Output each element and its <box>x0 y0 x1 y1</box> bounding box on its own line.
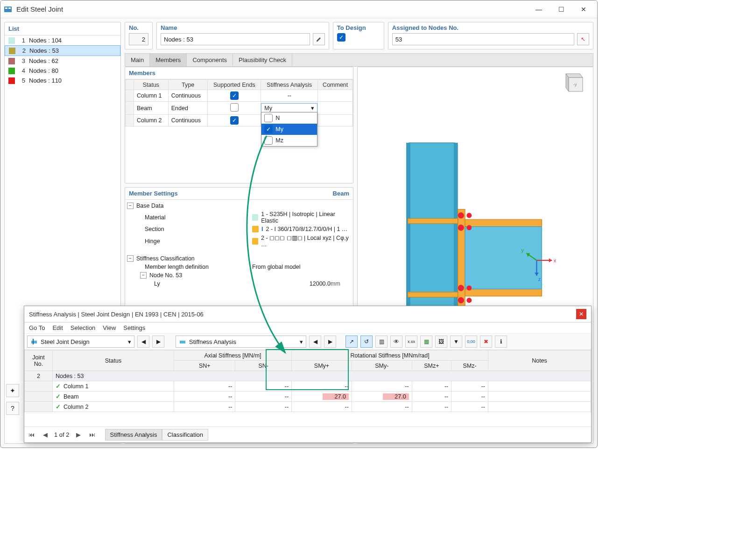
no-input[interactable]: 2 <box>129 33 148 45</box>
pick-nodes-button[interactable]: ↖ <box>577 33 589 45</box>
menu-settings[interactable]: Settings <box>123 324 145 331</box>
results-menu: Go ToEditSelectionViewSettings <box>24 322 591 334</box>
list-item[interactable]: 4Nodes : 80 <box>5 66 120 76</box>
info-icon[interactable]: ℹ <box>495 336 507 348</box>
name-input[interactable]: Nodes : 53 <box>161 33 310 45</box>
list-item[interactable]: 5Nodes : 110 <box>5 76 120 85</box>
tool-b-icon[interactable]: ↺ <box>360 336 373 348</box>
no-field: No. 2 <box>125 22 153 49</box>
members-table[interactable]: StatusTypeSupported EndsStiffness Analys… <box>125 79 353 126</box>
svg-rect-34 <box>33 339 34 344</box>
supported-checkbox[interactable] <box>230 103 239 112</box>
menu-go-to[interactable]: Go To <box>29 324 45 331</box>
dropdown-option[interactable]: Mz <box>261 135 317 146</box>
svg-rect-6 <box>458 209 465 306</box>
footer-tab-classification[interactable]: Classification <box>162 429 208 441</box>
analysis-combo[interactable]: Stiffness Analysis▾ <box>176 336 306 348</box>
members-row[interactable]: Column 1Continuous✓-- <box>126 90 353 102</box>
filter-icon[interactable]: ▼ <box>450 336 462 348</box>
list-item[interactable]: 2Nodes : 53 <box>5 45 120 56</box>
tab-main[interactable]: Main <box>125 54 150 66</box>
clear-icon[interactable]: ✖ <box>480 336 492 348</box>
prev-analysis-button[interactable]: ◀ <box>309 336 321 348</box>
svg-rect-9 <box>465 227 542 289</box>
menu-view[interactable]: View <box>103 324 116 331</box>
results-title: Stiffness Analysis | Steel Joint Design … <box>29 311 576 318</box>
expand-icon[interactable]: − <box>127 203 134 209</box>
next-page-button[interactable]: ▶ <box>73 430 84 440</box>
menu-edit[interactable]: Edit <box>52 324 63 331</box>
dropdown-popup: N✓MyMz <box>261 112 317 147</box>
footer-tab-stiffness-analysis[interactable]: Stiffness Analysis <box>105 429 162 441</box>
supported-checkbox[interactable]: ✓ <box>230 116 239 125</box>
results-window: Stiffness Analysis | Steel Joint Design … <box>24 306 592 443</box>
first-page-button[interactable]: ⏮ <box>26 430 36 440</box>
navigation-cube[interactable]: -y <box>559 71 589 101</box>
expand-icon[interactable]: − <box>140 272 147 279</box>
tool-c-icon[interactable]: ▥ <box>375 336 388 348</box>
svg-rect-10 <box>408 218 458 224</box>
svg-point-17 <box>466 225 472 230</box>
tool-g-icon[interactable]: 🖼 <box>435 336 447 348</box>
svg-point-15 <box>458 297 464 303</box>
edit-name-button[interactable] <box>313 33 325 45</box>
prev-page-button[interactable]: ◀ <box>40 430 50 440</box>
assigned-input[interactable]: 53 <box>392 33 574 45</box>
last-page-button[interactable]: ⏭ <box>87 430 98 440</box>
supported-checkbox[interactable]: ✓ <box>230 91 239 100</box>
title-bar: Edit Steel Joint — ☐ ✕ <box>0 0 597 18</box>
main-window: Edit Steel Joint — ☐ ✕ List 1Nodes : 104… <box>0 0 598 448</box>
to-design-checkbox[interactable]: ✓ <box>337 33 345 42</box>
members-panel: Members StatusTypeSupported EndsStiffnes… <box>125 67 353 183</box>
color-swatch-icon <box>8 77 15 84</box>
svg-rect-33 <box>31 341 37 343</box>
tool-e-icon[interactable]: x.xx <box>405 336 417 348</box>
members-row[interactable]: Column 2Continuous✓-- <box>126 115 353 126</box>
results-row[interactable]: ✓Beam----27.027.0---- <box>25 392 591 402</box>
maximize-button[interactable]: ☐ <box>550 2 572 16</box>
results-row[interactable]: ✓Column 2------------ <box>25 402 591 412</box>
to-design-field: To Design ✓ <box>333 22 384 49</box>
color-swatch-icon <box>8 58 15 64</box>
svg-rect-8 <box>465 289 542 296</box>
members-row[interactable]: BeamEndedMy▾N✓MyMz <box>126 102 353 115</box>
tool-d-icon[interactable]: 👁 <box>390 336 402 348</box>
page-indicator: 1 of 2 <box>54 431 70 438</box>
next-analysis-button[interactable]: ▶ <box>324 336 336 348</box>
tab-plausibility-check[interactable]: Plausibility Check <box>233 54 292 66</box>
help-icon[interactable]: ? <box>6 402 19 415</box>
hinge-swatch-icon <box>252 238 258 245</box>
app-icon <box>3 5 13 14</box>
window-title: Edit Steel Joint <box>16 5 528 13</box>
minimize-button[interactable]: — <box>528 2 550 16</box>
svg-point-18 <box>466 286 472 291</box>
color-swatch-icon <box>8 68 15 74</box>
action-icon-1[interactable]: ✦ <box>6 384 19 397</box>
svg-rect-35 <box>180 341 185 343</box>
results-close-button[interactable]: ✕ <box>576 309 586 319</box>
results-row[interactable]: ✓Column 1------------ <box>25 381 591 392</box>
tool-a-icon[interactable]: ↗ <box>345 336 358 348</box>
tab-members[interactable]: Members <box>150 54 187 66</box>
close-button[interactable]: ✕ <box>573 2 594 16</box>
dropdown-option[interactable]: ✓My <box>261 124 317 135</box>
color-swatch-icon <box>9 48 15 54</box>
tabs-bar: MainMembersComponentsPlausibility Check <box>125 53 593 67</box>
next-design-button[interactable]: ▶ <box>152 336 164 348</box>
design-combo[interactable]: Steel Joint Design▾ <box>27 336 134 348</box>
list-item[interactable]: 3Nodes : 62 <box>5 56 120 66</box>
dropdown-option[interactable]: N <box>261 112 317 124</box>
menu-selection[interactable]: Selection <box>70 324 95 331</box>
excel-export-icon[interactable]: ▦ <box>420 336 432 348</box>
list-item[interactable]: 1Nodes : 104 <box>5 35 120 45</box>
assigned-field: Assigned to Nodes No. 53 ↖ <box>388 22 593 49</box>
svg-point-14 <box>458 285 464 291</box>
results-grid[interactable]: Joint No. Status Axial Stiffness [MN/m] … <box>24 350 591 427</box>
svg-text:-y: -y <box>573 82 577 87</box>
tab-components[interactable]: Components <box>187 54 233 66</box>
svg-point-13 <box>458 224 464 231</box>
material-swatch-icon <box>252 214 258 221</box>
expand-icon[interactable]: − <box>127 255 134 262</box>
tool-i-icon[interactable]: 0,00 <box>465 336 477 348</box>
prev-design-button[interactable]: ◀ <box>137 336 149 348</box>
